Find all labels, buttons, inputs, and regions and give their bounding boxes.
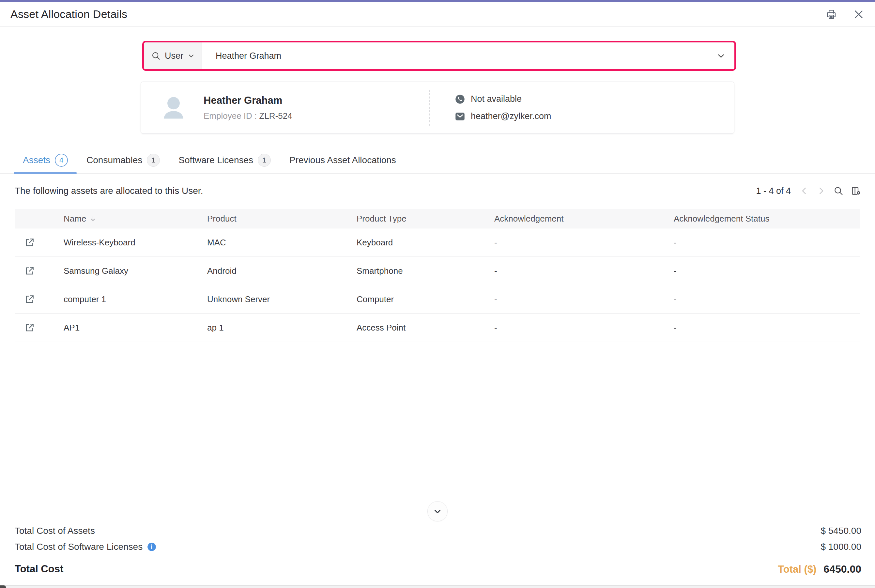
list-description: The following assets are allocated to th… xyxy=(15,186,203,196)
cell-product-type: Smartphone xyxy=(357,266,494,276)
tab-previous-asset-allocations[interactable]: Previous Asset Allocations xyxy=(289,147,396,173)
previous-page-icon[interactable] xyxy=(799,186,809,196)
cell-product-type: Computer xyxy=(357,294,494,304)
cell-acknowledgement: - xyxy=(494,266,674,276)
cell-product: MAC xyxy=(207,237,357,248)
total-assets-value: $ 5450.00 xyxy=(821,526,861,536)
tab-label: Assets xyxy=(23,155,50,165)
column-header-product: Product xyxy=(207,214,357,224)
user-name: Heather Graham xyxy=(204,94,292,106)
collapse-totals-button[interactable] xyxy=(427,501,448,521)
total-software-row: Total Cost of Software Licenses $ 1000.0… xyxy=(15,539,861,555)
employee-id: Employee ID : ZLR-524 xyxy=(204,111,292,121)
tab-software-licenses[interactable]: Software Licenses 1 xyxy=(178,147,271,173)
search-category-label: User xyxy=(165,51,183,61)
cell-acknowledgement-status: - xyxy=(674,323,860,333)
total-software-value: $ 1000.00 xyxy=(821,542,861,552)
titlebar: Asset Allocation Details xyxy=(0,2,875,27)
open-in-new-icon[interactable] xyxy=(24,294,64,304)
search-icon[interactable] xyxy=(833,186,844,196)
grand-total-label: Total Cost xyxy=(15,563,63,575)
email-value: heather@zylker.com xyxy=(471,111,551,122)
phone-value: Not available xyxy=(471,94,522,104)
open-in-new-icon[interactable] xyxy=(24,266,64,276)
tab-assets[interactable]: Assets 4 xyxy=(23,147,68,173)
page-title: Asset Allocation Details xyxy=(10,8,127,21)
column-settings-icon[interactable] xyxy=(851,186,861,196)
cell-product-type: Keyboard xyxy=(357,237,494,248)
grand-total-row: Total Cost Total ($) 6450.00 xyxy=(15,560,861,578)
phone-icon xyxy=(455,94,465,104)
list-header: The following assets are allocated to th… xyxy=(15,180,861,202)
pagination-range: 1 - 4 of 4 xyxy=(756,186,791,196)
cell-product: ap 1 xyxy=(207,323,357,333)
assets-table: Name Product Product Type Acknowledgemen… xyxy=(15,209,860,342)
card-divider xyxy=(429,90,430,126)
print-icon[interactable] xyxy=(826,9,837,20)
tab-count-badge: 1 xyxy=(258,154,271,167)
grand-total-currency-label: Total ($) xyxy=(778,564,816,575)
email-row: heather@zylker.com xyxy=(455,111,551,122)
table-row[interactable]: Samsung Galaxy Android Smartphone - - xyxy=(15,257,860,285)
column-header-acknowledgement: Acknowledgement xyxy=(494,214,674,224)
search-input[interactable]: Heather Graham xyxy=(202,42,734,69)
active-tab-underline xyxy=(14,172,77,174)
scrollbar-corner xyxy=(0,585,6,588)
table-header-row: Name Product Product Type Acknowledgemen… xyxy=(15,209,860,228)
cell-product: Unknown Server xyxy=(207,294,357,304)
cell-name: computer 1 xyxy=(64,294,207,304)
table-row[interactable]: Wireless-Keyboard MAC Keyboard - - xyxy=(15,228,860,257)
table-row[interactable]: AP1 ap 1 Access Point - - xyxy=(15,314,860,342)
dialog-bottom-edge xyxy=(0,585,875,588)
close-icon[interactable] xyxy=(853,9,865,20)
column-header-product-type: Product Type xyxy=(357,214,494,224)
totals-section: Total Cost of Assets $ 5450.00 Total Cos… xyxy=(15,523,861,578)
open-in-new-icon[interactable] xyxy=(24,237,64,248)
tab-count-badge: 1 xyxy=(147,154,160,167)
open-in-new-icon[interactable] xyxy=(24,322,64,333)
column-header-name[interactable]: Name xyxy=(64,214,207,224)
sort-descending-icon xyxy=(89,215,97,222)
cell-acknowledgement-status: - xyxy=(674,237,860,248)
grand-total-value: 6450.00 xyxy=(824,563,861,575)
cell-name: Samsung Galaxy xyxy=(64,266,207,276)
user-search-combobox[interactable]: User Heather Graham xyxy=(142,41,736,71)
total-software-label: Total Cost of Software Licenses xyxy=(15,542,142,552)
total-assets-row: Total Cost of Assets $ 5450.00 xyxy=(15,523,861,539)
chevron-down-icon xyxy=(187,52,195,60)
avatar xyxy=(160,94,187,122)
next-page-icon[interactable] xyxy=(816,186,826,196)
search-icon xyxy=(151,51,161,61)
total-assets-label: Total Cost of Assets xyxy=(15,526,95,536)
phone-row: Not available xyxy=(455,94,551,104)
chevron-down-icon[interactable] xyxy=(716,51,726,61)
cell-acknowledgement: - xyxy=(494,237,674,248)
cell-product: Android xyxy=(207,266,357,276)
tab-count-badge: 4 xyxy=(55,154,68,167)
tab-label: Software Licenses xyxy=(178,155,253,165)
tab-label: Consumables xyxy=(87,155,142,165)
cell-acknowledgement-status: - xyxy=(674,294,860,304)
table-row[interactable]: computer 1 Unknown Server Computer - - xyxy=(15,285,860,314)
cell-acknowledgement: - xyxy=(494,294,674,304)
search-category-selector[interactable]: User xyxy=(144,42,202,69)
cell-acknowledgement-status: - xyxy=(674,266,860,276)
tab-consumables[interactable]: Consumables 1 xyxy=(87,147,160,173)
tab-bar: Assets 4 Consumables 1 Software Licenses… xyxy=(0,147,875,174)
cell-acknowledgement: - xyxy=(494,323,674,333)
column-header-acknowledgement-status: Acknowledgement Status xyxy=(674,214,860,224)
cell-name: Wireless-Keyboard xyxy=(64,237,207,248)
tab-label: Previous Asset Allocations xyxy=(289,155,396,165)
mail-icon xyxy=(455,112,465,122)
cell-name: AP1 xyxy=(64,323,207,333)
cell-product-type: Access Point xyxy=(357,323,494,333)
user-summary-card: Heather Graham Employee ID : ZLR-524 Not… xyxy=(141,82,734,134)
info-icon[interactable] xyxy=(147,542,156,552)
asset-allocation-dialog: Asset Allocation Details xyxy=(0,0,875,588)
